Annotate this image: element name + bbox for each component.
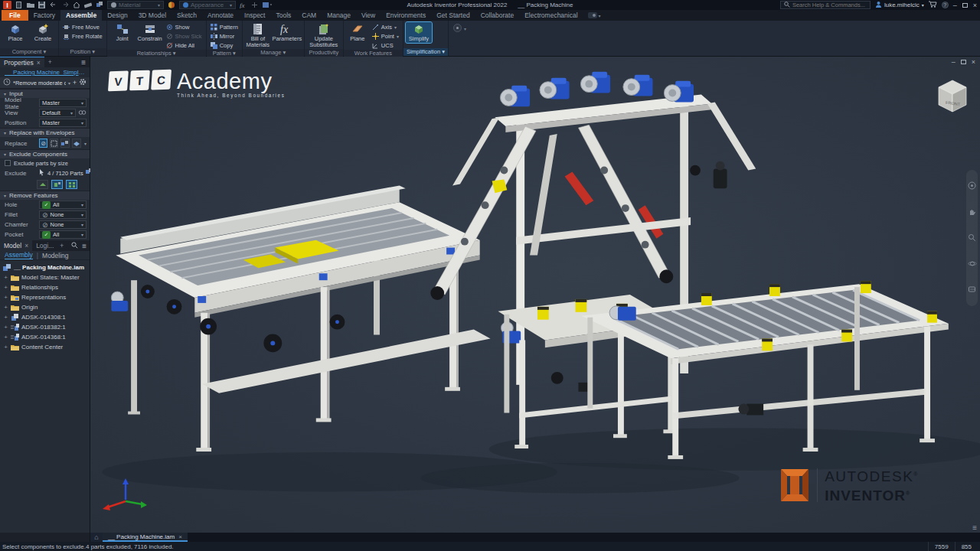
show-sick-button[interactable]: Show Sick [165, 32, 204, 41]
section-remove-features[interactable]: ▾Remove Features [0, 191, 90, 200]
replace-each-component-button[interactable] [60, 139, 70, 148]
show-button[interactable]: Show [165, 23, 204, 31]
search-input[interactable] [792, 2, 867, 8]
doc-restore-button[interactable] [961, 60, 966, 64]
mirror-button[interactable]: Mirror [209, 32, 240, 41]
tab-inspect[interactable]: Inspect [239, 10, 270, 21]
productivity-group-label[interactable]: Productivity [305, 49, 343, 57]
exclude-selected-button[interactable] [51, 180, 63, 189]
fillet-select[interactable]: ⊘None▾ [39, 210, 87, 219]
tab-manage[interactable]: Manage [322, 10, 356, 21]
simplification-group-label[interactable]: Simplification ▾ [403, 48, 448, 56]
home-icon[interactable] [73, 2, 80, 8]
manage-group-label[interactable]: Manage ▾ [243, 49, 304, 57]
tree-node-part-1[interactable]: + ADSK-014308:1 [0, 312, 90, 322]
panel-menu-icon[interactable]: ≡ [77, 58, 90, 67]
add-panel-icon[interactable]: + [44, 58, 56, 66]
tab-design[interactable]: Design [102, 10, 132, 21]
tree-root-assembly[interactable]: __ Packing Machine.iam [0, 262, 90, 272]
replace-envelope-button[interactable] [72, 139, 81, 148]
measure-icon[interactable] [84, 2, 92, 8]
tab-cam[interactable]: CAM [296, 10, 322, 21]
axis-button[interactable]: Axis▾ [371, 23, 400, 31]
open-icon[interactable] [27, 2, 34, 8]
screencast-recorder[interactable]: ▾ [583, 10, 606, 21]
zoom-icon[interactable] [968, 233, 976, 243]
pan-hand-icon[interactable] [968, 207, 976, 217]
close-properties-icon[interactable]: × [37, 59, 41, 67]
minimize-button[interactable]: – [953, 2, 957, 9]
add-browser-tab-icon[interactable]: + [57, 242, 66, 249]
hole-select[interactable]: ✓All▾ [39, 201, 87, 209]
orbit-icon[interactable] [968, 259, 977, 269]
preset-dropdown[interactable]: *Remove moderate detail ( [13, 80, 66, 86]
tab-annotate[interactable]: Annotate [202, 10, 239, 21]
joint-button[interactable]: Joint [109, 22, 136, 43]
new-file-icon[interactable] [15, 2, 23, 8]
plane-button[interactable]: Plane [346, 22, 369, 43]
help-topics-icon[interactable] [453, 24, 462, 32]
properties-tab[interactable]: Properties × [0, 57, 44, 67]
browser-search-icon[interactable] [71, 242, 78, 250]
fx-parameters-icon[interactable]: fx [240, 2, 247, 8]
tab-electromechanical[interactable]: Electromechanical [519, 10, 583, 21]
assembly-subtab[interactable]: Assembly [5, 251, 33, 259]
model-tab[interactable]: Model × [0, 240, 32, 251]
second-panel-tab[interactable]: Logi... [32, 242, 57, 249]
preset-settings-gear-icon[interactable] [79, 78, 87, 87]
document-tab[interactable]: __ Packing Machine.iam × [103, 533, 188, 542]
add-preset-icon[interactable]: + [73, 79, 77, 86]
model-viewport[interactable]: V T C Academy Think Ahead, Beyond Bounda… [90, 57, 980, 533]
close-button[interactable]: × [973, 2, 977, 9]
model-state-select[interactable]: Master▾ [39, 99, 87, 107]
point-button[interactable]: Point▾ [371, 32, 400, 41]
position-select[interactable]: Master▾ [39, 119, 87, 127]
ucs-button[interactable]: UCS [371, 41, 400, 50]
copy-button[interactable]: Copy [209, 41, 240, 50]
position-group-label[interactable]: Position ▾ [59, 48, 106, 56]
help-icon[interactable]: ? [942, 2, 949, 8]
create-button[interactable]: Create [30, 22, 56, 43]
replace-none-button[interactable]: ⊘ [39, 139, 47, 148]
help-search[interactable] [780, 1, 871, 9]
exclude-grid-button[interactable] [66, 180, 77, 189]
material-dropdown[interactable]: Material ▾ [107, 1, 164, 9]
pattern-button[interactable]: Pattern [209, 23, 240, 31]
save-icon[interactable] [38, 2, 46, 8]
section-replace-envelopes[interactable]: ▾Replace with Envelopes [0, 128, 90, 137]
bill-of-materials-button[interactable]: Bill of Materials [245, 22, 271, 49]
hide-all-button[interactable]: Hide All [165, 41, 204, 50]
user-account[interactable]: luke.mihelcic ▾ [875, 1, 924, 9]
close-model-tab-icon[interactable]: × [24, 242, 28, 249]
tab-collaborate[interactable]: Collaborate [475, 10, 519, 21]
redo-icon[interactable] [61, 2, 69, 8]
component-icon[interactable] [96, 2, 103, 8]
free-move-button[interactable]: Free Move [61, 23, 104, 31]
tab-sketch[interactable]: Sketch [172, 10, 202, 21]
tab-get-started[interactable]: Get Started [431, 10, 475, 21]
modeling-subtab[interactable]: Modeling [42, 252, 69, 259]
nav-wheel-icon[interactable] [968, 181, 976, 191]
tree-node-representations[interactable]: + Representations [0, 292, 90, 302]
tab-view[interactable]: View [356, 10, 381, 21]
home-tab-icon[interactable]: ⌂ [90, 533, 103, 542]
close-doc-tab-icon[interactable]: × [178, 533, 182, 540]
replace-bounding-box-button[interactable] [50, 139, 58, 148]
tab-assemble[interactable]: Assemble [60, 10, 102, 21]
restore-button[interactable] [962, 3, 968, 8]
tab-environments[interactable]: Environments [381, 10, 431, 21]
exclude-invert-button[interactable] [37, 180, 48, 189]
tree-node-relationships[interactable]: + Relationships [0, 282, 90, 292]
pocket-select[interactable]: ✓All▾ [39, 230, 87, 239]
section-exclude-components[interactable]: ▾Exclude Components [0, 149, 90, 158]
link-icon[interactable] [78, 109, 87, 117]
tree-node-part-2[interactable]: + ADSK-018382:1 [0, 322, 90, 332]
canvas-menu-icon[interactable]: ≡ [972, 523, 977, 532]
tree-node-model-states[interactable]: + Model States: Master [0, 272, 90, 282]
update-substitutes-button[interactable]: Update Substitutes [307, 22, 341, 49]
browser-menu-icon[interactable]: ≡ [82, 242, 87, 250]
select-cursor-icon[interactable] [39, 169, 45, 178]
component-group-label[interactable]: Component ▾ [0, 48, 58, 56]
undo-icon[interactable] [50, 2, 57, 8]
color-ball-icon[interactable] [168, 2, 175, 8]
